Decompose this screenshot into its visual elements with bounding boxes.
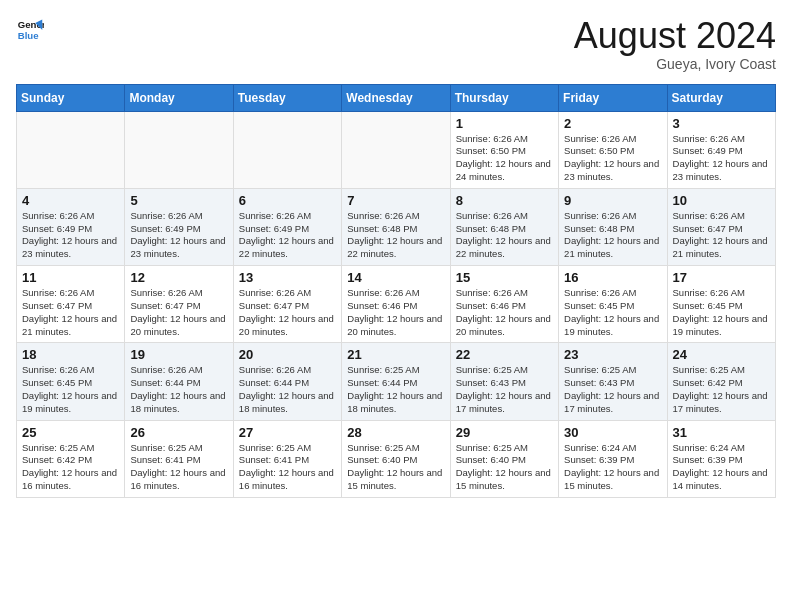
calendar-table: SundayMondayTuesdayWednesdayThursdayFrid…	[16, 84, 776, 498]
col-header-wednesday: Wednesday	[342, 84, 450, 111]
title-block: August 2024 Gueya, Ivory Coast	[574, 16, 776, 72]
day-number: 29	[456, 425, 553, 440]
day-info: Sunrise: 6:26 AM Sunset: 6:49 PM Dayligh…	[130, 210, 227, 261]
calendar-cell: 24Sunrise: 6:25 AM Sunset: 6:42 PM Dayli…	[667, 343, 775, 420]
calendar-cell: 28Sunrise: 6:25 AM Sunset: 6:40 PM Dayli…	[342, 420, 450, 497]
day-info: Sunrise: 6:25 AM Sunset: 6:43 PM Dayligh…	[456, 364, 553, 415]
col-header-thursday: Thursday	[450, 84, 558, 111]
day-info: Sunrise: 6:26 AM Sunset: 6:44 PM Dayligh…	[130, 364, 227, 415]
day-number: 1	[456, 116, 553, 131]
day-info: Sunrise: 6:26 AM Sunset: 6:49 PM Dayligh…	[673, 133, 770, 184]
month-year-title: August 2024	[574, 16, 776, 56]
col-header-friday: Friday	[559, 84, 667, 111]
day-info: Sunrise: 6:26 AM Sunset: 6:48 PM Dayligh…	[456, 210, 553, 261]
day-info: Sunrise: 6:25 AM Sunset: 6:43 PM Dayligh…	[564, 364, 661, 415]
logo-icon: General Blue	[16, 16, 44, 44]
day-info: Sunrise: 6:26 AM Sunset: 6:48 PM Dayligh…	[564, 210, 661, 261]
calendar-cell: 1Sunrise: 6:26 AM Sunset: 6:50 PM Daylig…	[450, 111, 558, 188]
calendar-cell: 30Sunrise: 6:24 AM Sunset: 6:39 PM Dayli…	[559, 420, 667, 497]
day-number: 31	[673, 425, 770, 440]
calendar-cell: 14Sunrise: 6:26 AM Sunset: 6:46 PM Dayli…	[342, 266, 450, 343]
day-number: 4	[22, 193, 119, 208]
day-number: 27	[239, 425, 336, 440]
day-number: 13	[239, 270, 336, 285]
day-info: Sunrise: 6:25 AM Sunset: 6:42 PM Dayligh…	[22, 442, 119, 493]
day-number: 20	[239, 347, 336, 362]
calendar-cell: 15Sunrise: 6:26 AM Sunset: 6:46 PM Dayli…	[450, 266, 558, 343]
day-info: Sunrise: 6:25 AM Sunset: 6:40 PM Dayligh…	[347, 442, 444, 493]
calendar-cell: 22Sunrise: 6:25 AM Sunset: 6:43 PM Dayli…	[450, 343, 558, 420]
calendar-cell: 9Sunrise: 6:26 AM Sunset: 6:48 PM Daylig…	[559, 188, 667, 265]
calendar-week-row: 25Sunrise: 6:25 AM Sunset: 6:42 PM Dayli…	[17, 420, 776, 497]
day-info: Sunrise: 6:26 AM Sunset: 6:47 PM Dayligh…	[239, 287, 336, 338]
calendar-week-row: 4Sunrise: 6:26 AM Sunset: 6:49 PM Daylig…	[17, 188, 776, 265]
day-number: 25	[22, 425, 119, 440]
day-number: 26	[130, 425, 227, 440]
calendar-cell: 29Sunrise: 6:25 AM Sunset: 6:40 PM Dayli…	[450, 420, 558, 497]
calendar-cell: 31Sunrise: 6:24 AM Sunset: 6:39 PM Dayli…	[667, 420, 775, 497]
calendar-cell: 4Sunrise: 6:26 AM Sunset: 6:49 PM Daylig…	[17, 188, 125, 265]
day-number: 14	[347, 270, 444, 285]
calendar-week-row: 11Sunrise: 6:26 AM Sunset: 6:47 PM Dayli…	[17, 266, 776, 343]
day-number: 24	[673, 347, 770, 362]
day-info: Sunrise: 6:26 AM Sunset: 6:44 PM Dayligh…	[239, 364, 336, 415]
svg-text:Blue: Blue	[18, 30, 39, 41]
day-number: 9	[564, 193, 661, 208]
day-info: Sunrise: 6:25 AM Sunset: 6:42 PM Dayligh…	[673, 364, 770, 415]
day-info: Sunrise: 6:26 AM Sunset: 6:46 PM Dayligh…	[347, 287, 444, 338]
day-number: 12	[130, 270, 227, 285]
calendar-cell	[17, 111, 125, 188]
calendar-cell: 25Sunrise: 6:25 AM Sunset: 6:42 PM Dayli…	[17, 420, 125, 497]
day-number: 16	[564, 270, 661, 285]
day-number: 5	[130, 193, 227, 208]
calendar-header-row: SundayMondayTuesdayWednesdayThursdayFrid…	[17, 84, 776, 111]
day-info: Sunrise: 6:26 AM Sunset: 6:45 PM Dayligh…	[673, 287, 770, 338]
day-number: 23	[564, 347, 661, 362]
col-header-monday: Monday	[125, 84, 233, 111]
day-info: Sunrise: 6:25 AM Sunset: 6:44 PM Dayligh…	[347, 364, 444, 415]
day-number: 7	[347, 193, 444, 208]
calendar-cell: 16Sunrise: 6:26 AM Sunset: 6:45 PM Dayli…	[559, 266, 667, 343]
calendar-cell: 19Sunrise: 6:26 AM Sunset: 6:44 PM Dayli…	[125, 343, 233, 420]
day-number: 19	[130, 347, 227, 362]
calendar-cell: 26Sunrise: 6:25 AM Sunset: 6:41 PM Dayli…	[125, 420, 233, 497]
col-header-sunday: Sunday	[17, 84, 125, 111]
calendar-cell: 20Sunrise: 6:26 AM Sunset: 6:44 PM Dayli…	[233, 343, 341, 420]
day-info: Sunrise: 6:26 AM Sunset: 6:47 PM Dayligh…	[22, 287, 119, 338]
day-info: Sunrise: 6:25 AM Sunset: 6:41 PM Dayligh…	[130, 442, 227, 493]
day-number: 2	[564, 116, 661, 131]
calendar-cell: 18Sunrise: 6:26 AM Sunset: 6:45 PM Dayli…	[17, 343, 125, 420]
calendar-cell	[342, 111, 450, 188]
day-number: 11	[22, 270, 119, 285]
calendar-cell: 17Sunrise: 6:26 AM Sunset: 6:45 PM Dayli…	[667, 266, 775, 343]
calendar-cell: 3Sunrise: 6:26 AM Sunset: 6:49 PM Daylig…	[667, 111, 775, 188]
calendar-cell: 5Sunrise: 6:26 AM Sunset: 6:49 PM Daylig…	[125, 188, 233, 265]
day-number: 17	[673, 270, 770, 285]
day-info: Sunrise: 6:26 AM Sunset: 6:50 PM Dayligh…	[564, 133, 661, 184]
day-number: 21	[347, 347, 444, 362]
day-number: 18	[22, 347, 119, 362]
calendar-cell: 12Sunrise: 6:26 AM Sunset: 6:47 PM Dayli…	[125, 266, 233, 343]
calendar-cell: 2Sunrise: 6:26 AM Sunset: 6:50 PM Daylig…	[559, 111, 667, 188]
calendar-cell: 23Sunrise: 6:25 AM Sunset: 6:43 PM Dayli…	[559, 343, 667, 420]
day-number: 15	[456, 270, 553, 285]
calendar-week-row: 1Sunrise: 6:26 AM Sunset: 6:50 PM Daylig…	[17, 111, 776, 188]
day-number: 3	[673, 116, 770, 131]
calendar-cell: 13Sunrise: 6:26 AM Sunset: 6:47 PM Dayli…	[233, 266, 341, 343]
day-info: Sunrise: 6:25 AM Sunset: 6:40 PM Dayligh…	[456, 442, 553, 493]
day-info: Sunrise: 6:26 AM Sunset: 6:47 PM Dayligh…	[130, 287, 227, 338]
day-number: 22	[456, 347, 553, 362]
day-info: Sunrise: 6:26 AM Sunset: 6:45 PM Dayligh…	[22, 364, 119, 415]
day-info: Sunrise: 6:25 AM Sunset: 6:41 PM Dayligh…	[239, 442, 336, 493]
location-subtitle: Gueya, Ivory Coast	[574, 56, 776, 72]
col-header-saturday: Saturday	[667, 84, 775, 111]
calendar-week-row: 18Sunrise: 6:26 AM Sunset: 6:45 PM Dayli…	[17, 343, 776, 420]
logo: General Blue	[16, 16, 44, 44]
day-number: 6	[239, 193, 336, 208]
calendar-cell	[125, 111, 233, 188]
col-header-tuesday: Tuesday	[233, 84, 341, 111]
day-number: 8	[456, 193, 553, 208]
day-number: 30	[564, 425, 661, 440]
page-header: General Blue August 2024 Gueya, Ivory Co…	[16, 16, 776, 72]
day-info: Sunrise: 6:26 AM Sunset: 6:49 PM Dayligh…	[22, 210, 119, 261]
